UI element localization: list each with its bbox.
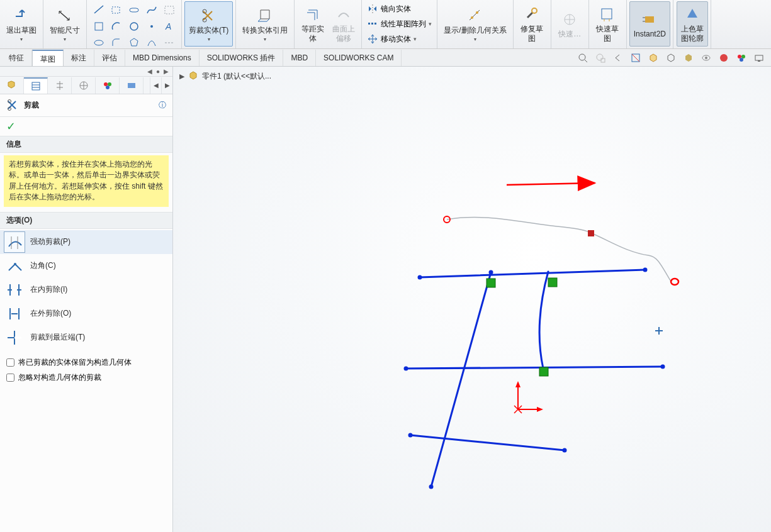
cam-tab[interactable] [120, 77, 144, 94]
pm-ok-button[interactable]: ✓ [0, 117, 172, 136]
offset-group: 等距实 体 曲面上 偏移 [295, 0, 362, 48]
tab-sw-plugin[interactable]: SOLIDWORKS 插件 [200, 50, 284, 66]
edit-appearance-icon[interactable] [718, 52, 729, 64]
apply-scene-icon[interactable] [736, 52, 747, 64]
cursor-cross-icon [655, 327, 663, 335]
svg-point-36 [106, 86, 110, 89]
dimxpert-tab[interactable] [72, 77, 96, 94]
visibility-icon[interactable] [701, 52, 712, 64]
exit-sketch-button[interactable]: 退出草图 ▾ [3, 1, 40, 47]
circle-tool[interactable] [126, 19, 142, 34]
tabstrip-next[interactable]: ▶ [161, 77, 172, 94]
option-corner[interactable]: 边角(C) [0, 254, 172, 278]
offset-label: 等距实 体 [301, 25, 324, 43]
config-manager-tab[interactable] [48, 77, 72, 94]
offset-entities-button[interactable]: 等距实 体 [297, 1, 329, 47]
option-trim-outside[interactable]: 在外剪除(O) [0, 302, 172, 326]
tab-mbd[interactable]: MBD [283, 50, 316, 66]
mirror-icon [367, 3, 378, 14]
plane-tool[interactable] [161, 3, 177, 18]
section-view-icon[interactable] [630, 52, 641, 64]
move-entities-button[interactable]: 移动实体 ▾ [364, 31, 434, 47]
graphics-viewport[interactable]: ▶ 零件1 (默认<<默认... [173, 67, 771, 532]
quick-snap-button[interactable]: 快速… [554, 1, 585, 47]
option-trim-inside[interactable]: 在内剪除(I) [0, 278, 172, 302]
svg-point-4 [130, 23, 138, 30]
arc-tool[interactable] [108, 19, 125, 34]
spline-tool[interactable] [144, 3, 160, 18]
repair-sketch-button[interactable]: 修复草 图 [517, 1, 547, 47]
move-icon [367, 33, 378, 45]
instant2d-button[interactable]: Instant2D [629, 1, 670, 47]
hide-show-icon[interactable] [683, 52, 694, 64]
show-delete-relations-button[interactable]: 显示/删除几何关系 ▾ [440, 1, 510, 47]
relation-badges[interactable] [487, 278, 557, 376]
slot-tool[interactable] [126, 3, 142, 18]
svg-point-26 [720, 54, 728, 62]
trail-end-icon [671, 279, 678, 285]
snap-icon [561, 11, 578, 28]
svg-point-50 [563, 448, 567, 453]
tab-features[interactable]: 特征 [1, 50, 32, 66]
previous-view-icon[interactable] [612, 52, 624, 64]
property-manager-tab[interactable] [24, 77, 48, 94]
svg-point-35 [108, 82, 111, 86]
zoom-area-icon[interactable] [595, 52, 606, 64]
centerline-tool[interactable] [161, 35, 177, 50]
rect-tool[interactable] [108, 3, 125, 18]
repair-group: 修复草 图 [514, 0, 551, 48]
checkbox-keep-as-construction[interactable]: 将已剪裁的实体保留为构造几何体 [0, 355, 172, 370]
line-tool[interactable] [91, 3, 107, 18]
svg-rect-37 [128, 83, 135, 88]
shaded-contour-group: 上色草 图轮廓 [673, 0, 711, 48]
view-orientation-icon[interactable] [648, 52, 659, 64]
polygon-tool[interactable] [126, 35, 142, 50]
display-manager-tab[interactable] [96, 77, 120, 94]
scroll-right-icon[interactable]: ▶ [164, 68, 169, 75]
svg-point-52 [429, 485, 434, 489]
pm-help-icon[interactable]: ⓘ [159, 100, 166, 111]
text-tool[interactable]: A [161, 19, 177, 34]
zoom-fit-icon[interactable] [577, 52, 588, 64]
pm-info-body: 若想剪裁实体，按住并在实体上拖动您的光标。或单击一实体，然后单击一边界实体或荧屏… [4, 155, 169, 207]
tabstrip-prev[interactable]: ◀ [150, 77, 161, 94]
fillet-tool[interactable] [108, 35, 125, 50]
shaded-contour-button[interactable]: 上色草 图轮廓 [677, 1, 708, 47]
smart-dimension-button[interactable]: 智能尺寸 ▾ [46, 1, 84, 47]
sketch-geometry[interactable] [406, 270, 663, 487]
convert-group: 转换实体引用 ▾ [236, 0, 295, 48]
checkbox-ignore-construction[interactable]: 忽略对构造几何体的剪裁 [0, 370, 172, 385]
svg-point-7 [94, 40, 103, 45]
svg-point-51 [489, 270, 493, 275]
trim-entities-button[interactable]: 剪裁实体(T) ▾ [184, 1, 233, 47]
display-style-icon[interactable] [665, 52, 677, 64]
instant2d-label: Instant2D [634, 30, 666, 39]
trim-group: 剪裁实体(T) ▾ [182, 0, 236, 48]
mirror-label: 镜向实体 [381, 4, 411, 14]
on-surface-button[interactable]: 曲面上 偏移 [329, 1, 359, 47]
tab-sw-cam[interactable]: SOLIDWORKS CAM [316, 50, 402, 66]
tab-sketch[interactable]: 草图 [32, 50, 64, 66]
linear-pattern-button[interactable]: 线性草图阵列 ▾ [364, 16, 434, 31]
parabola-tool[interactable] [144, 35, 160, 50]
corner-rect-tool[interactable] [91, 19, 107, 34]
point-tool[interactable] [144, 19, 160, 34]
tab-evaluate[interactable]: 评估 [94, 50, 125, 66]
smart-dim-group: 智能尺寸 ▾ [43, 0, 87, 48]
quick-sketch-button[interactable]: 快速草 图 [592, 1, 622, 47]
option-trim-nearest[interactable]: 剪裁到最近端(T) [0, 326, 172, 350]
tab-annotate[interactable]: 标注 [64, 50, 94, 66]
option-power-trim[interactable]: 强劲剪裁(P) [0, 230, 172, 254]
svg-point-46 [643, 268, 648, 272]
scroll-left-icon[interactable]: ◀ [147, 68, 152, 75]
convert-entities-button[interactable]: 转换实体引用 ▾ [239, 1, 291, 47]
pm-title: 剪裁 [24, 100, 39, 111]
feature-tree-tab[interactable] [0, 77, 24, 94]
mirror-entities-button[interactable]: 镜向实体 [364, 1, 434, 16]
shaded-contour-label: 上色草 图轮廓 [681, 25, 704, 43]
ellipse-tool[interactable] [91, 35, 107, 50]
view-settings-icon[interactable] [753, 52, 765, 64]
tab-mbd-dimensions[interactable]: MBD Dimensions [125, 50, 200, 66]
ignore-construction-checkbox[interactable] [6, 374, 14, 382]
keep-construction-checkbox[interactable] [6, 358, 14, 367]
